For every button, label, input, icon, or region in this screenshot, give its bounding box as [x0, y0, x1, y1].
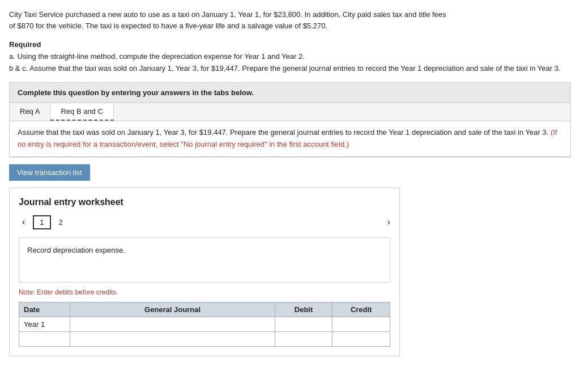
tab-content-body: Assume that the taxi was sold on January… — [10, 121, 570, 157]
worksheet-title: Journal entry worksheet — [19, 197, 390, 207]
page-2[interactable]: 2 — [56, 216, 66, 228]
intro-line1: City Taxi Service purchased a new auto t… — [9, 10, 446, 19]
col-header-journal: General Journal — [70, 302, 275, 317]
col-header-date: Date — [19, 302, 70, 317]
tab-req-bc[interactable]: Req B and C — [50, 103, 113, 121]
table-row — [19, 331, 390, 346]
col-header-credit: Credit — [332, 302, 390, 317]
row1-credit[interactable] — [332, 317, 390, 331]
row2-debit[interactable] — [275, 331, 332, 346]
required-part-bc: b & c. Assume that the taxi was sold on … — [9, 63, 571, 75]
note-text: Note: Enter debits before credits. — [19, 288, 390, 296]
required-section: Required a. Using the straight-line meth… — [9, 39, 571, 74]
intro-line2: of $870 for the vehicle. The taxi is exp… — [9, 22, 327, 30]
row1-debit[interactable] — [275, 317, 332, 331]
col-header-debit: Debit — [275, 302, 332, 317]
row1-date: Year 1 — [19, 317, 70, 331]
worksheet-container: Journal entry worksheet ‹ 1 2 › Record d… — [9, 188, 400, 356]
intro-paragraph: City Taxi Service purchased a new auto t… — [9, 9, 571, 31]
prev-page-button[interactable]: ‹ — [19, 216, 28, 228]
journal-table: Date General Journal Debit Credit Year 1 — [19, 302, 390, 347]
tabs-container: Req A Req B and C Assume that the taxi w… — [9, 103, 571, 157]
description-box: Record depreciation expense. — [19, 237, 390, 283]
table-row: Year 1 — [19, 317, 390, 331]
required-label: Required — [9, 39, 571, 51]
page-1[interactable]: 1 — [33, 215, 50, 229]
next-page-button[interactable]: › — [387, 217, 390, 227]
row2-journal[interactable] — [70, 331, 275, 346]
tab-main-text: Assume that the taxi was sold on January… — [18, 128, 548, 137]
pagination-row: ‹ 1 2 › — [19, 215, 390, 229]
row2-date — [19, 331, 70, 346]
complete-banner: Complete this question by entering your … — [9, 82, 571, 103]
view-transaction-button[interactable]: View transaction list — [9, 164, 90, 181]
tabs-row: Req A Req B and C — [10, 103, 570, 121]
required-part-a: a. Using the straight-line method, compu… — [9, 51, 571, 63]
description-text: Record depreciation expense. — [27, 246, 125, 254]
tab-req-a[interactable]: Req A — [10, 103, 50, 121]
row2-credit[interactable] — [332, 331, 390, 346]
row1-journal[interactable] — [70, 317, 275, 331]
